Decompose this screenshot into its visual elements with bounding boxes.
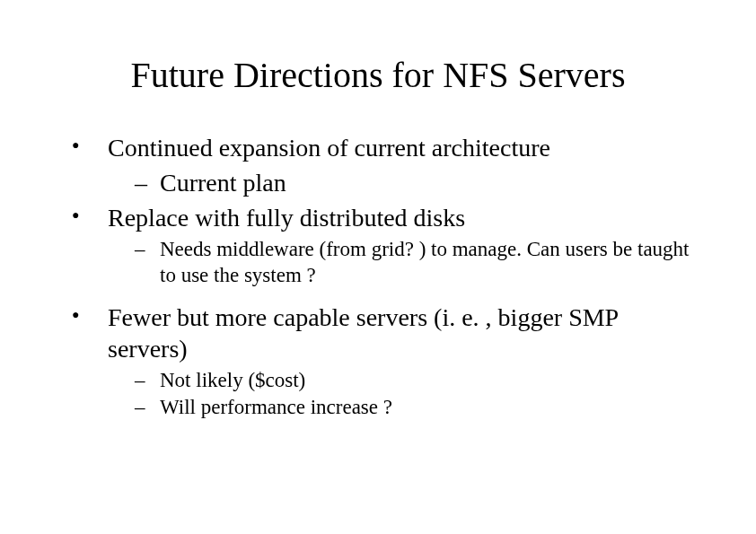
slide: Future Directions for NFS Servers Contin… bbox=[0, 0, 756, 534]
sub-list: Current plan bbox=[135, 167, 693, 198]
sub-list: Not likely ($cost) Will performance incr… bbox=[135, 368, 693, 422]
slide-title: Future Directions for NFS Servers bbox=[63, 54, 693, 96]
sub-text: Will performance increase ? bbox=[160, 396, 392, 418]
sub-text: Current plan bbox=[160, 169, 286, 197]
sub-text: Not likely ($cost) bbox=[160, 369, 305, 391]
bullet-text: Replace with fully distributed disks bbox=[108, 204, 465, 232]
sub-list: Needs middleware (from grid? ) to manage… bbox=[135, 237, 693, 289]
sub-item: Current plan bbox=[135, 167, 693, 198]
bullet-item: Continued expansion of current architect… bbox=[72, 132, 693, 198]
bullet-item: Replace with fully distributed disks Nee… bbox=[72, 202, 693, 289]
sub-item: Not likely ($cost) bbox=[135, 368, 693, 394]
bullet-text: Fewer but more capable servers (i. e. , … bbox=[108, 303, 618, 363]
bullet-list: Continued expansion of current architect… bbox=[72, 132, 693, 421]
sub-item: Needs middleware (from grid? ) to manage… bbox=[135, 237, 693, 289]
bullet-item: Fewer but more capable servers (i. e. , … bbox=[72, 302, 693, 422]
sub-item: Will performance increase ? bbox=[135, 395, 693, 421]
bullet-text: Continued expansion of current architect… bbox=[108, 134, 550, 162]
sub-text: Needs middleware (from grid? ) to manage… bbox=[160, 238, 690, 286]
